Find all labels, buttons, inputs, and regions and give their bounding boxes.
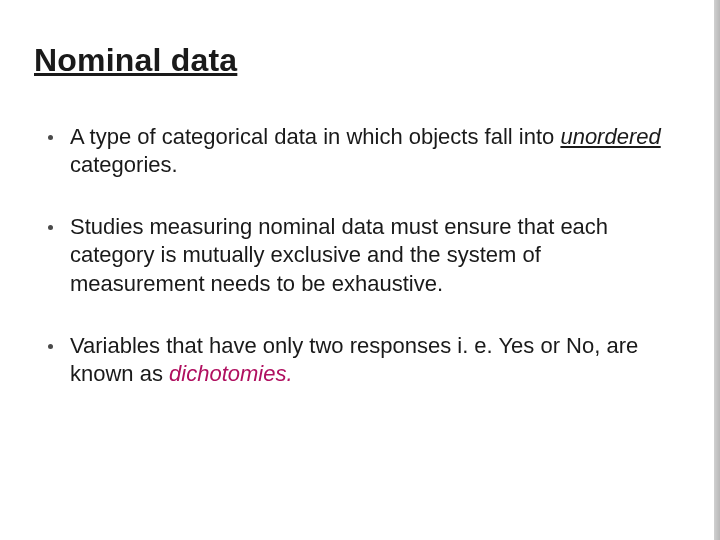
bullet-emphasis: unordered [560, 124, 660, 149]
slide-title: Nominal data [34, 42, 672, 79]
right-edge-bar [714, 0, 720, 540]
slide: Nominal data A type of categorical data … [0, 0, 720, 540]
bullet-list: A type of categorical data in which obje… [34, 123, 672, 388]
list-item: Variables that have only two responses i… [48, 332, 672, 388]
bullet-text-post: categories. [70, 152, 178, 177]
bullet-emphasis: dichotomies. [169, 361, 293, 386]
bullet-text-pre: Variables that have only two responses i… [70, 333, 638, 386]
bullet-text-pre: Studies measuring nominal data must ensu… [70, 214, 608, 295]
bullet-text-pre: A type of categorical data in which obje… [70, 124, 560, 149]
list-item: Studies measuring nominal data must ensu… [48, 213, 672, 297]
list-item: A type of categorical data in which obje… [48, 123, 672, 179]
